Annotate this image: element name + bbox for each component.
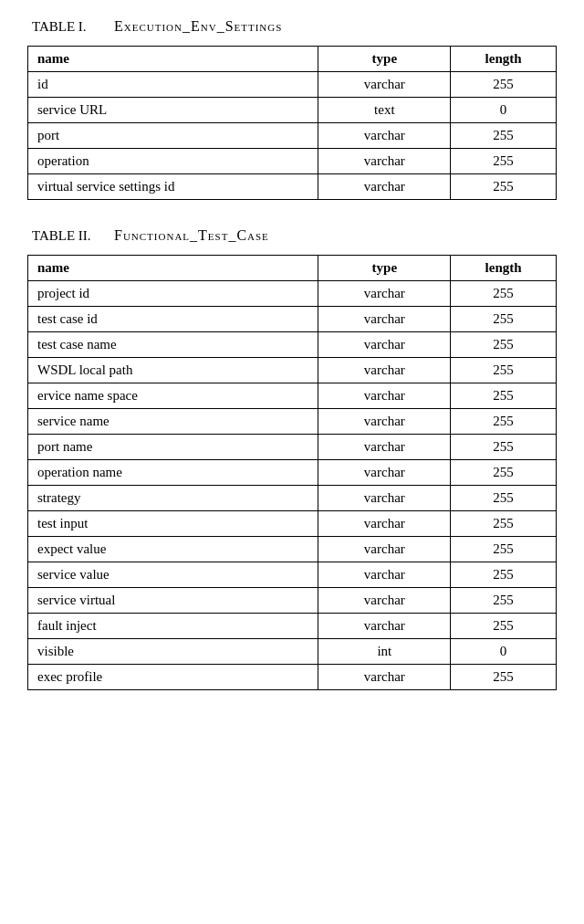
cell-length: 255 [451,72,557,98]
cell-length: 255 [451,149,557,174]
table-row: fault inject varchar 255 [28,614,557,639]
cell-length: 255 [451,588,557,614]
cell-name: fault inject [28,614,318,639]
table2-title: Functional_Test_Case [114,227,269,244]
cell-type: varchar [318,665,451,690]
table-row: test case id varchar 255 [28,307,557,332]
cell-type: varchar [318,281,451,307]
table-row: service virtual varchar 255 [28,588,557,614]
table1-header-row: name type length [28,47,557,72]
table-row: WSDL local path varchar 255 [28,358,557,383]
cell-type: varchar [318,383,451,409]
table-row: port name varchar 255 [28,435,557,460]
table-row: operation varchar 255 [28,149,557,174]
table-row: project id varchar 255 [28,281,557,307]
cell-length: 255 [451,358,557,383]
cell-type: varchar [318,486,451,511]
table1-label: TABLE I. [32,19,114,35]
cell-name: exec profile [28,665,318,690]
cell-length: 255 [451,435,557,460]
cell-type: varchar [318,149,451,174]
table-row: service name varchar 255 [28,409,557,435]
cell-name: test case name [28,332,318,358]
cell-type: varchar [318,72,451,98]
table2-label: TABLE II. [32,228,114,244]
cell-length: 0 [451,639,557,665]
table2-header-type: type [318,256,451,281]
table-row: virtual service settings id varchar 255 [28,174,557,200]
cell-name: port name [28,435,318,460]
table2-header-length: length [451,256,557,281]
cell-length: 0 [451,98,557,123]
table1-title: Execution_Env_Settings [114,18,282,35]
table2-header-row: name type length [28,256,557,281]
cell-length: 255 [451,383,557,409]
cell-name: service URL [28,98,318,123]
cell-length: 255 [451,511,557,537]
table1-header-type: type [318,47,451,72]
cell-name: expect value [28,537,318,562]
cell-length: 255 [451,460,557,486]
cell-type: varchar [318,614,451,639]
cell-length: 255 [451,123,557,149]
table-row: visible int 0 [28,639,557,665]
cell-name: project id [28,281,318,307]
cell-name: id [28,72,318,98]
cell-length: 255 [451,409,557,435]
cell-name: WSDL local path [28,358,318,383]
cell-length: 255 [451,281,557,307]
table-row: ervice name space varchar 255 [28,383,557,409]
cell-length: 255 [451,614,557,639]
cell-name: visible [28,639,318,665]
cell-length: 255 [451,174,557,200]
cell-name: test case id [28,307,318,332]
cell-type: text [318,98,451,123]
table-row: id varchar 255 [28,72,557,98]
cell-type: varchar [318,358,451,383]
cell-name: operation name [28,460,318,486]
table2-section: TABLE II. Functional_Test_Case name type… [27,227,557,690]
cell-type: varchar [318,562,451,588]
cell-name: port [28,123,318,149]
cell-type: varchar [318,307,451,332]
cell-type: varchar [318,409,451,435]
cell-length: 255 [451,332,557,358]
table1-header-name: name [28,47,318,72]
cell-length: 255 [451,486,557,511]
table1-header-length: length [451,47,557,72]
table-row: operation name varchar 255 [28,460,557,486]
table-row: service URL text 0 [28,98,557,123]
table2-header-name: name [28,256,318,281]
table-row: test input varchar 255 [28,511,557,537]
cell-type: varchar [318,511,451,537]
cell-type: varchar [318,332,451,358]
cell-name: service name [28,409,318,435]
table1: name type length id varchar 255 service … [27,46,557,200]
cell-length: 255 [451,665,557,690]
cell-length: 255 [451,537,557,562]
table-row: port varchar 255 [28,123,557,149]
table-row: service value varchar 255 [28,562,557,588]
cell-type: varchar [318,537,451,562]
table1-section: TABLE I. Execution_Env_Settings name typ… [27,18,557,200]
table-row: expect value varchar 255 [28,537,557,562]
cell-type: varchar [318,435,451,460]
cell-length: 255 [451,307,557,332]
cell-name: virtual service settings id [28,174,318,200]
cell-length: 255 [451,562,557,588]
cell-type: varchar [318,174,451,200]
cell-type: varchar [318,588,451,614]
cell-name: ervice name space [28,383,318,409]
cell-name: service value [28,562,318,588]
table2-title-row: TABLE II. Functional_Test_Case [27,227,557,244]
cell-name: test input [28,511,318,537]
table-row: strategy varchar 255 [28,486,557,511]
cell-name: operation [28,149,318,174]
table1-title-row: TABLE I. Execution_Env_Settings [27,18,557,35]
cell-type: varchar [318,460,451,486]
cell-type: varchar [318,123,451,149]
cell-name: strategy [28,486,318,511]
table2: name type length project id varchar 255 … [27,255,557,690]
cell-name: service virtual [28,588,318,614]
table-row: test case name varchar 255 [28,332,557,358]
